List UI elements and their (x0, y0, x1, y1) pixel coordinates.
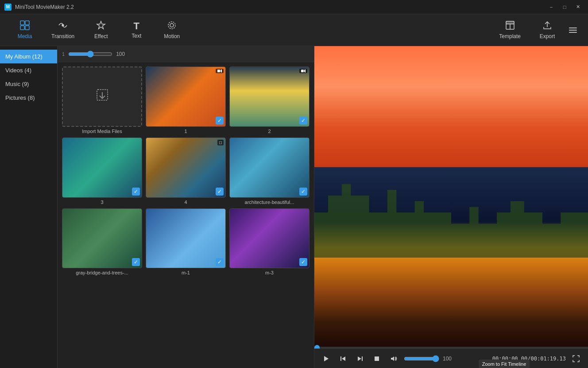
media-thumb-arch[interactable]: ✓ (229, 137, 309, 198)
toolbar-item-media[interactable]: Media (7, 17, 43, 43)
import-label: Import Media Files (82, 129, 122, 134)
prev-frame-button[interactable] (337, 352, 350, 365)
import-icon (95, 88, 109, 105)
svg-rect-13 (569, 27, 577, 28)
template-icon (505, 20, 515, 31)
app-icon: M (4, 4, 12, 11)
play-button[interactable] (320, 352, 333, 365)
svg-marker-25 (342, 356, 345, 361)
label-m3: m-3 (265, 270, 274, 275)
playhead-dot (314, 345, 320, 348)
svg-rect-0 (20, 21, 24, 25)
media-thumb-m3[interactable]: ✓ (229, 208, 309, 269)
media-toolbar: 1 100 (58, 46, 314, 62)
media-item-gray[interactable]: ✓ gray-bridge-and-trees-... (62, 208, 142, 276)
svg-rect-27 (362, 356, 363, 361)
transition-label: Transition (51, 33, 74, 39)
effect-label: Effect (94, 33, 108, 39)
volume-button[interactable] (387, 352, 400, 365)
video-badge-2 (299, 69, 307, 73)
media-thumb-1[interactable]: ✓ (146, 67, 226, 127)
toolbar-item-transition[interactable]: Transition (43, 17, 83, 43)
label-arch: architecture-beautiful... (245, 200, 294, 205)
media-thumb-3[interactable]: ✓ (62, 137, 142, 198)
preview-video (314, 46, 588, 348)
check-m3: ✓ (299, 258, 307, 266)
media-icon (20, 20, 30, 31)
svg-rect-18 (217, 70, 220, 72)
label-2: 2 (268, 129, 271, 134)
toolbar-item-template[interactable]: Template (490, 17, 530, 43)
volume-value: 100 (443, 356, 452, 362)
check-4: ✓ (216, 188, 224, 196)
svg-point-7 (168, 22, 175, 29)
close-button[interactable]: ✕ (572, 3, 584, 12)
check-gray: ✓ (132, 258, 140, 266)
sidebar-item-music[interactable]: Music (9) (0, 77, 57, 91)
toolbar: Media Transition Effect T Text Motion (0, 14, 588, 46)
svg-rect-2 (20, 26, 24, 30)
svg-marker-5 (97, 21, 105, 29)
sidebar-item-videos[interactable]: Videos (4) (0, 63, 57, 77)
media-item-arch[interactable]: ✓ architecture-beautiful... (229, 137, 309, 205)
svg-marker-29 (391, 356, 394, 361)
label-3: 3 (101, 200, 103, 205)
volume-slider[interactable] (404, 355, 439, 362)
motion-label: Motion (164, 33, 180, 39)
media-grid: Import Media Files ✓ 1 ✓ (58, 62, 314, 368)
media-item-2[interactable]: ✓ 2 (229, 67, 309, 134)
import-media-item[interactable]: Import Media Files (62, 67, 142, 134)
media-item-3[interactable]: ✓ 3 (62, 137, 142, 205)
toolbar-item-text[interactable]: T Text (119, 18, 154, 43)
titlebar: M MiniTool MovieMaker 2.2 − □ ✕ (0, 0, 588, 14)
media-panel: 1 100 Import Media Files (58, 46, 314, 368)
svg-point-6 (170, 23, 174, 27)
video-badge-1 (216, 69, 224, 73)
preview-frame (314, 46, 588, 348)
check-2: ✓ (299, 117, 307, 125)
svg-rect-14 (569, 30, 577, 31)
preview-panel: 100 00:00:00.00/00:01:19.13 (314, 46, 588, 368)
toolbar-item-export[interactable]: Export (530, 17, 565, 43)
media-item-4[interactable]: □ ✓ 4 (146, 137, 226, 205)
preview-playhead[interactable] (314, 347, 588, 348)
time-display: 00:00:00.00/00:01:19.13 (492, 356, 566, 362)
check-arch: ✓ (299, 188, 307, 196)
sidebar-item-my-album[interactable]: My Album (12) (0, 50, 57, 63)
sidebar-item-pictures[interactable]: Pictures (8) (0, 91, 57, 105)
check-m1: ✓ (216, 258, 224, 266)
media-thumb-2[interactable]: ✓ (229, 67, 309, 127)
toolbar-right: Template Export (490, 17, 581, 43)
media-label: Media (18, 33, 32, 39)
media-item-1[interactable]: ✓ 1 (146, 67, 226, 134)
text-label: Text (132, 33, 141, 39)
toolbar-item-motion[interactable]: Motion (154, 17, 190, 43)
sidebar: My Album (12) Videos (4) Music (9) Pictu… (0, 46, 58, 368)
import-thumb[interactable] (62, 67, 142, 127)
text-icon: T (134, 21, 139, 31)
label-m1: m-1 (182, 270, 190, 275)
stop-button[interactable] (370, 352, 383, 365)
media-thumb-gray[interactable]: ✓ (62, 208, 142, 269)
fullscreen-button[interactable] (569, 352, 583, 365)
zoom-slider[interactable] (68, 51, 112, 58)
media-item-m1[interactable]: ✓ m-1 (146, 208, 226, 276)
check-3: ✓ (132, 188, 140, 196)
svg-rect-20 (301, 70, 304, 72)
menu-button[interactable] (565, 22, 581, 38)
export-icon (542, 20, 552, 31)
toolbar-item-effect[interactable]: Effect (83, 17, 119, 43)
maximize-button[interactable]: □ (559, 3, 570, 12)
motion-icon (167, 20, 177, 31)
media-thumb-m1[interactable]: ✓ (146, 208, 226, 269)
media-thumb-4[interactable]: □ ✓ (146, 137, 226, 198)
minimize-button[interactable]: − (545, 3, 557, 12)
preview-controls: 100 00:00:00.00/00:01:19.13 (314, 348, 588, 368)
next-frame-button[interactable] (353, 352, 367, 365)
label-1: 1 (184, 129, 187, 134)
transition-icon (58, 20, 68, 31)
media-item-m3[interactable]: ✓ m-3 (229, 208, 309, 276)
window-controls: − □ ✕ (545, 3, 584, 12)
label-gray: gray-bridge-and-trees-... (76, 270, 128, 275)
video-badge-4: □ (217, 140, 224, 145)
